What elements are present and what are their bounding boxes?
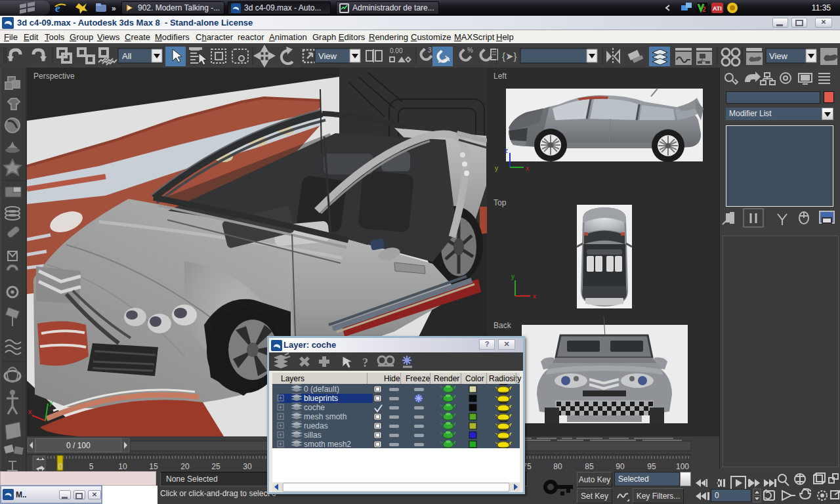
svg-text:0: 0 <box>58 462 63 471</box>
svg-text:blueprints: blueprints <box>304 394 338 403</box>
svg-text:90: 90 <box>616 462 625 471</box>
svg-text:x: x <box>526 165 529 172</box>
svg-text:5: 5 <box>89 462 94 471</box>
svg-text:y: y <box>511 273 514 280</box>
svg-text:80: 80 <box>553 462 562 471</box>
svg-text:2: 2 <box>702 6 706 13</box>
svg-text:95: 95 <box>647 462 656 471</box>
svg-text:x: x <box>533 293 536 300</box>
svg-text:25: 25 <box>211 462 220 471</box>
svg-text:{➤}: {➤} <box>502 51 517 62</box>
svg-text:z: z <box>505 147 508 154</box>
svg-text:coche: coche <box>304 403 325 412</box>
svg-text:x: x <box>28 408 32 415</box>
svg-text:3: 3 <box>428 47 432 54</box>
svg-text:100: 100 <box>676 462 689 471</box>
svg-text:ruedas: ruedas <box>304 421 328 430</box>
svg-text:All: All <box>122 51 132 61</box>
svg-text:85: 85 <box>585 462 594 471</box>
svg-text:30: 30 <box>243 462 252 471</box>
svg-text:smoth mesh2: smoth mesh2 <box>304 440 351 449</box>
svg-text:View: View <box>769 51 788 61</box>
svg-text:y: y <box>49 398 53 406</box>
svg-text:0 (default): 0 (default) <box>304 385 339 394</box>
svg-text:y: y <box>495 165 498 172</box>
svg-text:mesh smoth: mesh smoth <box>304 412 346 421</box>
svg-text:View: View <box>318 51 337 61</box>
svg-text:sillas: sillas <box>304 430 322 440</box>
svg-text:ATI: ATI <box>713 5 722 12</box>
svg-text:20: 20 <box>180 462 190 471</box>
svg-text:0.00: 0.00 <box>390 47 403 54</box>
svg-text:%: % <box>467 47 473 54</box>
svg-text:15: 15 <box>149 462 158 471</box>
svg-text:?: ? <box>362 356 368 369</box>
svg-text:»: » <box>112 4 116 13</box>
svg-text:10: 10 <box>118 462 127 471</box>
svg-text:0 / 100: 0 / 100 <box>66 441 91 450</box>
